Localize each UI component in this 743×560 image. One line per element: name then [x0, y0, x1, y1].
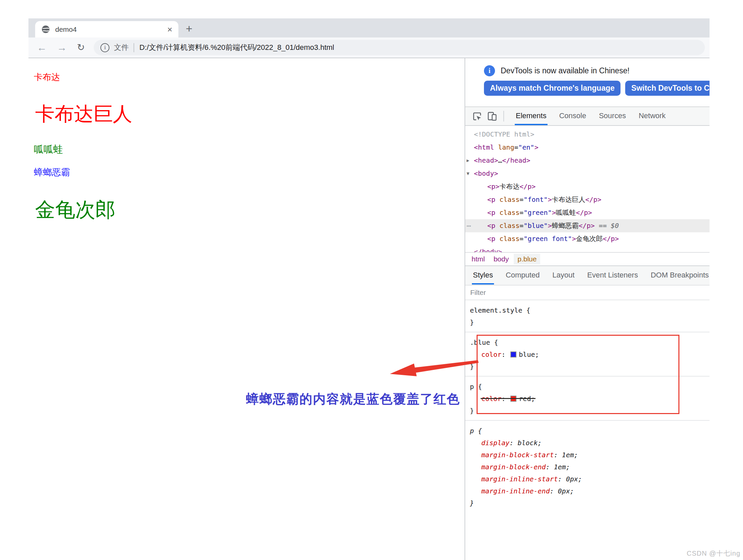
css-declaration[interactable]: color: blue; — [470, 348, 709, 360]
syntax-token: </p> — [585, 196, 602, 204]
browser-toolbar: ← → ↻ i 文件 D:/文件/计算机资料/6.%20前端代码/2022_8_… — [29, 38, 709, 58]
forward-icon[interactable]: → — [57, 43, 67, 52]
breadcrumb-body[interactable]: body — [490, 254, 513, 264]
tab-bar: demo4 × + — [29, 18, 709, 38]
chevron-right-icon[interactable]: ▶ — [467, 154, 469, 167]
tab-event-listeners[interactable]: Event Listeners — [581, 266, 645, 285]
inspect-element-icon[interactable] — [472, 111, 482, 122]
address-bar[interactable]: i 文件 D:/文件/计算机资料/6.%20前端代码/2022_8_01/dem… — [94, 40, 705, 55]
dom-tree-line[interactable]: <p>卡布达</p> — [465, 180, 709, 193]
syntax-token: > — [552, 209, 556, 217]
breadcrumb-html[interactable]: html — [468, 254, 489, 264]
dom-tree-line[interactable]: <!DOCTYPE html> — [465, 128, 709, 141]
css-property-value[interactable]: 1em — [554, 463, 566, 471]
styles-rules: element.style {}.blue {color: blue;}p {c… — [465, 300, 709, 513]
color-swatch[interactable] — [511, 396, 516, 402]
syntax-token: <p> — [487, 182, 499, 190]
device-toolbar-icon[interactable] — [487, 111, 497, 122]
css-selector[interactable]: p — [470, 383, 474, 391]
css-property-name[interactable]: display — [481, 439, 510, 447]
css-property-value[interactable]: block — [517, 439, 537, 447]
css-property-value[interactable]: 0px — [566, 475, 578, 483]
rule-close-line: } — [470, 360, 709, 373]
css-selector[interactable]: .blue — [470, 338, 490, 346]
syntax-token: "green" — [523, 209, 552, 217]
reload-icon[interactable]: ↻ — [77, 43, 85, 52]
window-content: 卡布达 卡布达巨人 呱呱蛙 蟑螂恶霸 金龟次郎 蟑螂恶霸的内容就是蓝色覆盖了红色… — [29, 58, 709, 560]
dom-tree-line[interactable]: </body> — [465, 245, 709, 252]
css-rule[interactable]: p {color: red;} — [465, 377, 709, 421]
back-icon[interactable]: ← — [37, 43, 47, 52]
tab-sources[interactable]: Sources — [593, 107, 632, 125]
syntax-token: lang — [494, 143, 514, 151]
css-declaration[interactable]: margin-block-start: 1em; — [470, 449, 709, 461]
css-declaration-text: margin-inline-end: 0px; — [481, 485, 574, 497]
color-swatch[interactable] — [511, 351, 516, 357]
css-property-value[interactable]: blue — [519, 350, 535, 358]
tab-console[interactable]: Console — [553, 107, 593, 125]
styles-filter-input[interactable] — [470, 288, 604, 297]
css-declaration[interactable]: display: block; — [470, 437, 709, 449]
dom-tree-line[interactable]: <p class="font">卡布达巨人</p> — [465, 193, 709, 206]
css-property-value[interactable]: 0px — [558, 487, 570, 495]
page-viewport: 卡布达 卡布达巨人 呱呱蛙 蟑螂恶霸 金龟次郎 蟑螂恶霸的内容就是蓝色覆盖了红色 — [29, 58, 465, 560]
switch-devtools-button[interactable]: Switch DevTools to Chinese — [625, 81, 709, 96]
css-property-value[interactable]: 1em — [562, 451, 574, 459]
syntax-token: class — [495, 234, 519, 243]
css-property-name[interactable]: color — [481, 395, 501, 403]
url-text[interactable]: D:/文件/计算机资料/6.%20前端代码/2022_8_01/demo3.ht… — [139, 43, 334, 52]
css-declaration[interactable]: margin-block-end: 1em; — [470, 461, 709, 473]
syntax-token: 蟑螂恶霸 — [552, 222, 579, 230]
tab-layout[interactable]: Layout — [546, 266, 581, 285]
tab-computed[interactable]: Computed — [499, 266, 546, 285]
css-declaration[interactable]: margin-inline-end: 0px; — [470, 485, 709, 497]
devtools-panel: i DevTools is now available in Chinese! … — [465, 58, 709, 560]
css-selector[interactable]: element.style — [470, 306, 522, 314]
css-property-name[interactable]: margin-block-start — [481, 451, 554, 459]
dom-tree-line[interactable]: <p class="green font">金龟次郎</p> — [465, 232, 709, 245]
tab-elements[interactable]: Elements — [510, 107, 553, 125]
syntax-token: "blue" — [523, 222, 548, 230]
breadcrumb-p-blue[interactable]: p.blue — [514, 254, 540, 264]
syntax-token: <p — [487, 222, 495, 230]
css-selector[interactable]: p — [470, 427, 474, 435]
dom-tree-line[interactable]: <p class="green">呱呱蛙</p> — [465, 206, 709, 219]
toolbar-divider — [504, 111, 504, 122]
syntax-token: <p — [487, 209, 495, 217]
syntax-token: class — [495, 196, 519, 204]
browser-tab[interactable]: demo4 × — [35, 21, 178, 38]
new-tab-button[interactable]: + — [186, 23, 192, 34]
syntax-token: class — [495, 222, 519, 230]
syntax-token: <p — [487, 196, 495, 204]
close-tab-icon[interactable]: × — [167, 25, 172, 34]
css-property-value[interactable]: red — [519, 395, 531, 403]
page-info-icon[interactable]: i — [100, 43, 110, 52]
always-match-language-button[interactable]: Always match Chrome's language — [484, 81, 620, 96]
syntax-token: class — [495, 209, 519, 217]
css-rule[interactable]: p {display: block;margin-block-start: 1e… — [465, 421, 709, 513]
syntax-token: 呱呱蛙 — [556, 209, 576, 217]
css-declaration[interactable]: color: red; — [470, 393, 709, 405]
syntax-token: > — [534, 143, 538, 151]
dom-tree-line[interactable]: ▶<head>…</head> — [465, 154, 709, 167]
css-declaration-text: color: red; — [481, 393, 535, 405]
syntax-token: == $0 — [595, 222, 619, 230]
tab-styles[interactable]: Styles — [467, 266, 499, 285]
syntax-token: = — [519, 234, 523, 243]
tab-network[interactable]: Network — [632, 107, 672, 125]
css-rule[interactable]: .blue {color: blue;} — [465, 332, 709, 377]
css-property-name[interactable]: color — [481, 350, 501, 358]
css-property-name[interactable]: margin-inline-start — [481, 475, 558, 483]
styles-tab-bar: Styles Computed Layout Event Listeners D… — [465, 265, 709, 286]
css-rule[interactable]: element.style {} — [465, 300, 709, 332]
syntax-token: "en" — [518, 143, 534, 151]
css-property-name[interactable]: margin-block-end — [481, 463, 546, 471]
syntax-token: = — [514, 143, 518, 151]
dom-tree-line[interactable]: ▼<body> — [465, 167, 709, 180]
dom-tree-line[interactable]: <html lang="en"> — [465, 141, 709, 154]
tab-dom-breakpoints[interactable]: DOM Breakpoints — [644, 266, 709, 285]
chevron-down-icon[interactable]: ▼ — [467, 167, 469, 180]
css-property-name[interactable]: margin-inline-end — [481, 487, 550, 495]
dom-tree-line[interactable]: ⋯<p class="blue">蟑螂恶霸</p> == $0 — [465, 219, 709, 232]
css-declaration[interactable]: margin-inline-start: 0px; — [470, 473, 709, 485]
